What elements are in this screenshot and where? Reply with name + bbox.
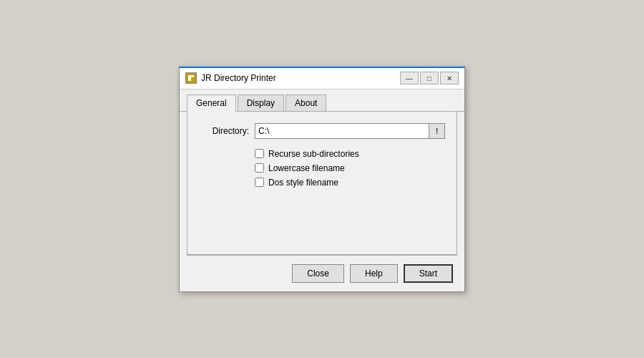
title-bar: JR Directory Printer — □ ✕ — [180, 68, 464, 90]
main-window: JR Directory Printer — □ ✕ General Displ… — [179, 67, 465, 292]
svg-rect-2 — [191, 75, 194, 77]
help-button[interactable]: Help — [350, 264, 398, 283]
checkbox-dos-style-label: Dos style filename — [268, 178, 338, 188]
checkbox-lowercase-label: Lowercase filename — [268, 163, 345, 173]
svg-rect-1 — [188, 75, 191, 81]
minimize-button[interactable]: — — [400, 72, 419, 84]
title-bar-left: JR Directory Printer — [185, 72, 276, 84]
checkbox-dos-style-input[interactable] — [255, 178, 264, 187]
checkbox-lowercase-input[interactable] — [255, 163, 264, 173]
checkboxes-area: Recurse sub-directories Lowercase filena… — [255, 149, 445, 188]
footer-bar: Close Help Start — [180, 256, 464, 291]
tab-general[interactable]: General — [187, 95, 236, 112]
checkbox-recurse-input[interactable] — [255, 149, 264, 158]
tab-bar: General Display About — [180, 90, 464, 112]
checkbox-recurse-label: Recurse sub-directories — [268, 149, 359, 159]
maximize-button[interactable]: □ — [420, 72, 439, 84]
browse-button[interactable]: ! — [429, 123, 445, 139]
close-window-button[interactable]: ✕ — [440, 72, 459, 84]
start-button[interactable]: Start — [404, 264, 453, 283]
directory-input[interactable] — [255, 123, 429, 139]
directory-row: Directory: ! — [199, 123, 445, 139]
checkbox-dos-style[interactable]: Dos style filename — [255, 178, 445, 188]
close-button[interactable]: Close — [292, 264, 344, 283]
checkbox-lowercase[interactable]: Lowercase filename — [255, 163, 445, 173]
tab-about[interactable]: About — [286, 95, 326, 112]
directory-input-group: ! — [255, 123, 445, 139]
title-controls: — □ ✕ — [400, 72, 459, 84]
tab-display[interactable]: Display — [238, 95, 284, 112]
directory-label: Directory: — [199, 126, 249, 136]
content-area: Directory: ! Recurse sub-directories Low… — [187, 112, 457, 255]
checkbox-recurse[interactable]: Recurse sub-directories — [255, 149, 445, 159]
app-icon — [185, 72, 197, 84]
window-title: JR Directory Printer — [201, 73, 276, 83]
